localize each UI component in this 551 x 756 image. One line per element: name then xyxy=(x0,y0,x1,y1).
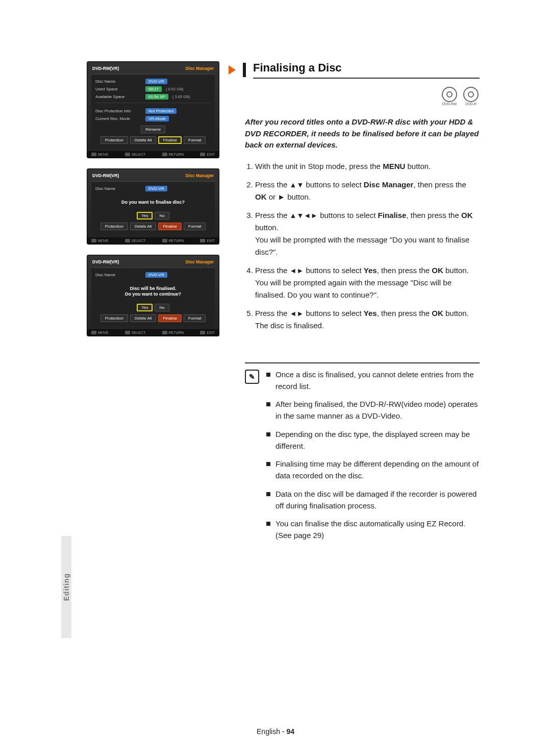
osd1-row-prot: Disc Protection Info Not Protected xyxy=(95,107,211,115)
osd1-row-avail: Available Space 01:54 SP ( 3.85 GB) xyxy=(95,93,211,101)
osd1-titlebar: DVD-RW(VR) Disc Manager xyxy=(87,64,219,74)
osd3-body: Disc Name DVD-VR Disc will be finalised.… xyxy=(91,267,215,326)
osd2-hintbar: MOVE SELECT RETURN EXIT xyxy=(87,237,219,244)
section-marker-icon xyxy=(229,65,236,75)
osd1-protection-button[interactable]: Protection xyxy=(101,136,128,144)
step-3: Press the ▲▼◄► buttons to select Finalis… xyxy=(255,209,480,258)
osd3-modal-text: Disc will be finalised. Do you want to c… xyxy=(95,279,211,301)
step-4-extra: You will be prompted again with the mess… xyxy=(255,277,480,301)
step-5: Press the ◄► buttons to select Yes, then… xyxy=(255,307,480,332)
section-title: Finalising a Disc xyxy=(253,61,480,79)
left-right-arrows-icon: ◄► xyxy=(290,310,304,317)
osd3-row-discname: Disc Name DVD-VR xyxy=(95,271,211,279)
osd2-row-discname: Disc Name DVD-VR xyxy=(95,185,211,192)
section-heading-bar: Finalising a Disc xyxy=(245,61,480,79)
osd3-no-button[interactable]: No xyxy=(155,304,169,311)
osd2-yes-button[interactable]: Yes xyxy=(137,212,153,220)
osd2-modal-text: Do you want to finalise disc? xyxy=(95,192,211,209)
up-down-arrows-icon: ▲▼ xyxy=(290,181,304,188)
disc-ring-icon xyxy=(463,87,479,102)
dpad-arrows-icon: ▲▼◄► xyxy=(290,212,318,219)
osd1-hintbar: MOVE SELECT RETURN EXIT xyxy=(87,151,219,158)
note-item: Data on the disc will be damaged if the … xyxy=(266,488,480,512)
osd-screen-2: DVD-RW(VR) Disc Manager Disc Name DVD-VR… xyxy=(87,168,219,245)
osd1-body: Disc Name DVD-VR Used Space 00:17 ( 0.52… xyxy=(91,74,215,148)
osd3-hintbar: MOVE SELECT RETURN EXIT xyxy=(87,329,219,336)
osd1-rename-row: Rename xyxy=(95,126,211,133)
dvd-rw-icon: DVD-RW xyxy=(441,86,458,106)
osd2-body: Disc Name DVD-VR Do you want to finalise… xyxy=(91,181,215,234)
osd1-rename-button[interactable]: Rename xyxy=(141,126,165,133)
note-item: You can finalise the disc automatically … xyxy=(266,518,480,542)
page-footer: English - 94 xyxy=(0,727,551,736)
left-right-arrows-icon: ◄► xyxy=(290,267,304,274)
disc-ring-icon xyxy=(442,87,457,102)
footer-page: 94 xyxy=(286,727,294,736)
text-column: Finalising a Disc DVD-RW DVD-R After you… xyxy=(245,61,480,548)
notes-block: ✎ Once a disc is finalised, you cannot d… xyxy=(245,362,480,548)
section-accent xyxy=(243,63,246,77)
osd2-no-button[interactable]: No xyxy=(155,212,169,220)
step-2: Press the ▲▼ buttons to select Disc Mana… xyxy=(255,179,480,203)
osd-screen-1: DVD-RW(VR) Disc Manager Disc Name DVD-VR… xyxy=(87,61,219,158)
step-3-extra: You will be prompted with the message "D… xyxy=(255,234,480,258)
two-column-layout: DVD-RW(VR) Disc Manager Disc Name DVD-VR… xyxy=(87,61,480,548)
osd1-row-used: Used Space 00:17 ( 0.52 GB) xyxy=(95,85,211,93)
osd2-btnrow: Protection Delete All Finalise Format xyxy=(95,223,211,230)
osd3-yesno-row: Yes No xyxy=(95,304,211,311)
osd2-titlebar: DVD-RW(VR) Disc Manager xyxy=(87,171,219,181)
steps-list: With the unit in Stop mode, press the ME… xyxy=(245,160,480,332)
step-4: Press the ◄► buttons to select Yes, then… xyxy=(255,264,480,301)
disc-icons: DVD-RW DVD-R xyxy=(245,86,480,106)
osd3-btnrow: Protection Delete All Finalise Format xyxy=(95,314,211,322)
note-item: Finalising time may be different dependi… xyxy=(266,458,480,482)
section-tab-label: Editing xyxy=(62,573,70,601)
osd-screen-3: DVD-RW(VR) Disc Manager Disc Name DVD-VR… xyxy=(87,255,219,336)
osd1-format-button[interactable]: Format xyxy=(184,136,206,144)
notes-list: Once a disc is finalised, you cannot del… xyxy=(266,369,480,548)
osd2-yesno-row: Yes No xyxy=(95,212,211,220)
section-tab: Editing xyxy=(61,536,71,638)
note-icon: ✎ xyxy=(245,370,259,384)
dvd-r-icon: DVD-R xyxy=(462,86,480,106)
manual-page: Editing DVD-RW(VR) Disc Manager Disc Nam… xyxy=(0,0,551,756)
footer-lang: English xyxy=(257,727,280,736)
osd1-title-right: Disc Manager xyxy=(186,66,214,71)
note-item: Once a disc is finalised, you cannot del… xyxy=(266,369,480,393)
osd3-titlebar: DVD-RW(VR) Disc Manager xyxy=(87,257,219,267)
osd1-deleteall-button[interactable]: Delete All xyxy=(130,136,157,144)
osd1-finalise-button[interactable]: Finalise xyxy=(158,136,182,144)
osd1-btnrow: Protection Delete All Finalise Format xyxy=(95,136,211,144)
osd3-yes-button[interactable]: Yes xyxy=(137,304,153,311)
osd1-row-recmode: Current Rec. Mode VR-Mode xyxy=(95,115,211,123)
note-item: After being finalised, the DVD-R/-RW(vid… xyxy=(266,398,480,422)
step-1: With the unit in Stop mode, press the ME… xyxy=(255,160,480,173)
note-item: Depending on the disc type, the displaye… xyxy=(266,428,480,452)
step-5-extra: The disc is finalised. xyxy=(255,320,480,332)
osd-screenshots-column: DVD-RW(VR) Disc Manager Disc Name DVD-VR… xyxy=(87,61,224,548)
section-intro: After you record titles onto a DVD-RW/-R… xyxy=(245,116,480,151)
osd1-row-discname: Disc Name DVD-VR xyxy=(95,78,211,85)
osd1-title-left: DVD-RW(VR) xyxy=(92,66,119,71)
